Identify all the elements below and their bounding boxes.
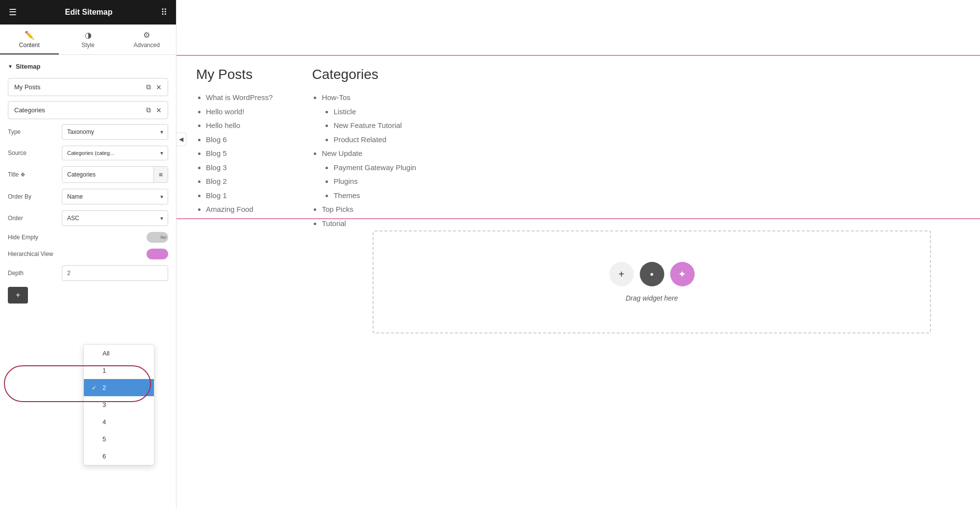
source-label: Source bbox=[8, 150, 62, 156]
hierarchical-toggle[interactable] bbox=[147, 249, 168, 259]
add-widget-btn[interactable]: + bbox=[609, 262, 634, 286]
list-item: Themes bbox=[333, 190, 416, 202]
depth-label: Depth bbox=[8, 270, 62, 277]
title-move-icon: ✥ bbox=[21, 172, 25, 178]
list-item: Blog 1 bbox=[206, 190, 273, 202]
title-field-row: Title ✥ ≡ bbox=[8, 166, 168, 183]
hierarchical-toggle-wrapper bbox=[62, 249, 168, 259]
source-select[interactable]: Categories (categ... Tags bbox=[62, 146, 168, 160]
dropdown-item-2[interactable]: ✓ 2 bbox=[84, 379, 154, 396]
section-title-sitemap: ▼ Sitemap bbox=[8, 63, 168, 70]
order-by-field-row: Order By Name Date ID ▼ bbox=[8, 189, 168, 204]
type-field-row: Type Taxonomy Post Type ▼ bbox=[8, 124, 168, 140]
dropdown-item-5[interactable]: 5 bbox=[84, 431, 154, 448]
order-by-select[interactable]: Name Date ID bbox=[62, 189, 168, 204]
list-item: Hello world! bbox=[206, 106, 273, 118]
tab-content[interactable]: ✏️ Content bbox=[0, 25, 59, 54]
order-select[interactable]: ASC DESC bbox=[62, 210, 168, 226]
title-input[interactable] bbox=[62, 167, 153, 182]
hide-empty-label: Hide Empty bbox=[8, 234, 62, 241]
sidebar-title: Edit Sitemap bbox=[65, 8, 113, 17]
source-select-wrapper: Categories (categ... Tags ▼ bbox=[62, 146, 168, 160]
title-control: ≡ bbox=[62, 166, 168, 183]
my-posts-input-row: ⧉ ✕ bbox=[8, 78, 168, 96]
list-item: New Update Payment Gateway Plugin Plugin… bbox=[322, 148, 416, 201]
section-label: Sitemap bbox=[16, 63, 41, 70]
order-control: ASC DESC ▼ bbox=[62, 210, 168, 226]
check-2: ✓ bbox=[92, 384, 99, 391]
grid-icon[interactable]: ⠿ bbox=[161, 7, 167, 18]
my-posts-delete-btn[interactable]: ✕ bbox=[154, 81, 164, 93]
list-item: Hello hello bbox=[206, 120, 273, 131]
hide-empty-control: No bbox=[62, 232, 168, 243]
list-item: What is WordPress? bbox=[206, 92, 273, 103]
content-icon: ✏️ bbox=[25, 30, 34, 40]
order-label: Order bbox=[8, 215, 62, 222]
dropdown-item-all[interactable]: All bbox=[84, 345, 154, 362]
source-field-row: Source Categories (categ... Tags ▼ bbox=[8, 146, 168, 160]
list-item: Amazing Food bbox=[206, 204, 273, 215]
dropdown-item-1[interactable]: 1 bbox=[84, 362, 154, 379]
add-button[interactable]: + bbox=[8, 287, 28, 304]
toggle-slider: No bbox=[147, 232, 168, 243]
dropdown-item-6[interactable]: 6 bbox=[84, 448, 154, 465]
list-item: Tutorial bbox=[322, 218, 416, 229]
title-label: Title ✥ bbox=[8, 171, 62, 178]
depth-row: Depth 2 bbox=[8, 265, 168, 281]
sidebar: ☰ Edit Sitemap ⠿ ✏️ Content ◑ Style ⚙ Ad… bbox=[0, 0, 176, 508]
section-arrow-icon: ▼ bbox=[8, 64, 13, 69]
canvas-area: My Posts What is WordPress? Hello world!… bbox=[176, 0, 980, 508]
advanced-icon: ⚙ bbox=[143, 30, 150, 40]
sidebar-header: ☰ Edit Sitemap ⠿ bbox=[0, 0, 176, 25]
list-item: Blog 6 bbox=[206, 134, 273, 146]
categories-delete-btn[interactable]: ✕ bbox=[154, 104, 164, 116]
order-by-select-wrapper: Name Date ID ▼ bbox=[62, 189, 168, 204]
toggle-no-label: No bbox=[160, 235, 166, 240]
order-select-wrapper: ASC DESC ▼ bbox=[62, 210, 168, 226]
hierarchical-control bbox=[62, 249, 168, 259]
my-posts-actions: ⧉ ✕ bbox=[144, 81, 168, 93]
depth-display[interactable]: 2 bbox=[62, 265, 168, 281]
drag-widget-area: + ▪ ✦ Drag widget here bbox=[373, 230, 931, 333]
collapse-panel-btn[interactable]: ◀ bbox=[176, 132, 186, 146]
categories-copy-btn[interactable]: ⧉ bbox=[144, 104, 153, 116]
tab-style[interactable]: ◑ Style bbox=[59, 25, 118, 54]
categories-title: Categories bbox=[312, 67, 416, 82]
order-field-row: Order ASC DESC ▼ bbox=[8, 210, 168, 226]
folder-btn[interactable]: ▪ bbox=[640, 262, 664, 286]
list-item: Top Picks bbox=[322, 204, 416, 215]
tab-advanced-label: Advanced bbox=[133, 42, 159, 49]
hierarchical-view-row: Hierarchical View bbox=[8, 249, 168, 259]
list-item: Blog 2 bbox=[206, 176, 273, 187]
sparkle-btn[interactable]: ✦ bbox=[670, 262, 695, 286]
main-content: My Posts What is WordPress? Hello world!… bbox=[176, 0, 980, 508]
tab-advanced[interactable]: ⚙ Advanced bbox=[117, 25, 176, 54]
list-item: Blog 5 bbox=[206, 148, 273, 159]
type-control: Taxonomy Post Type ▼ bbox=[62, 124, 168, 140]
list-item: Product Related bbox=[333, 134, 416, 146]
drag-label: Drag widget here bbox=[626, 294, 678, 302]
dropdown-item-4[interactable]: 4 bbox=[84, 413, 154, 431]
style-icon: ◑ bbox=[85, 30, 92, 40]
list-item: Blog 3 bbox=[206, 162, 273, 174]
pink-border-bottom bbox=[176, 218, 980, 219]
my-posts-list: What is WordPress? Hello world! Hello he… bbox=[196, 92, 273, 215]
title-align-btn[interactable]: ≡ bbox=[153, 167, 168, 182]
categories-input[interactable] bbox=[8, 102, 144, 119]
order-by-label: Order By bbox=[8, 193, 62, 200]
tab-style-label: Style bbox=[81, 42, 95, 49]
type-label: Type bbox=[8, 128, 62, 135]
order-by-control: Name Date ID ▼ bbox=[62, 189, 168, 204]
type-select[interactable]: Taxonomy Post Type bbox=[62, 124, 168, 140]
hide-empty-row: Hide Empty No bbox=[8, 232, 168, 243]
hide-empty-toggle[interactable]: No bbox=[147, 232, 168, 243]
my-posts-copy-btn[interactable]: ⧉ bbox=[144, 81, 153, 93]
my-posts-input[interactable] bbox=[8, 78, 144, 96]
title-field-wrapper: ≡ bbox=[62, 166, 168, 183]
list-item: Listicle bbox=[333, 106, 416, 118]
depth-dropdown: All 1 ✓ 2 3 4 5 bbox=[83, 344, 154, 465]
sidebar-content: ▼ Sitemap ⧉ ✕ ⧉ ✕ Type Taxo bbox=[0, 55, 176, 508]
dropdown-item-3[interactable]: 3 bbox=[84, 396, 154, 413]
hamburger-icon[interactable]: ☰ bbox=[9, 7, 17, 18]
hide-empty-toggle-wrapper: No bbox=[62, 232, 168, 243]
